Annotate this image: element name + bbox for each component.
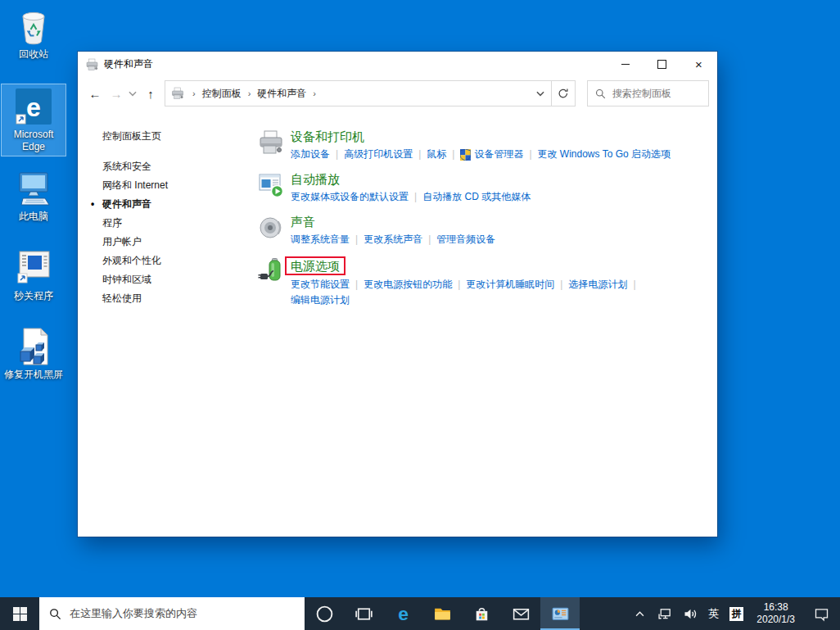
clock-time: 16:38 — [764, 601, 788, 613]
task-link[interactable]: 鼠标 — [427, 147, 446, 162]
desktop-icon-label: 此电脑 — [19, 211, 48, 223]
breadcrumb-chevron[interactable]: › — [308, 88, 321, 98]
task-link[interactable]: 更改电源按钮的功能 — [364, 277, 452, 292]
category-section: 自动播放 | 更改媒体或设备的默认设置 — [258, 171, 717, 205]
category-section: 设备和打印机 | 添加设备 — [258, 129, 717, 162]
taskbar-app-button[interactable] — [540, 597, 580, 630]
search-icon — [595, 88, 606, 99]
system-tray: 英 拼 16:38 2020/1/3 — [627, 597, 840, 630]
link-separator: | — [355, 232, 358, 247]
search-placeholder: 搜索控制面板 — [612, 87, 671, 101]
link-separator: | — [355, 277, 358, 292]
task-link[interactable]: 选择电源计划 — [568, 277, 627, 292]
taskbar-search-input[interactable]: 在这里输入你要搜索的内容 — [39, 597, 305, 630]
breadcrumb-item[interactable]: 控制面板 — [201, 87, 243, 101]
desktop-icon[interactable]: 此电脑 — [2, 166, 65, 225]
action-center-button[interactable] — [802, 605, 840, 623]
category-title[interactable]: 电源选项 — [285, 256, 345, 275]
task-link[interactable]: 设备管理器 — [460, 147, 523, 162]
back-button[interactable]: ← — [84, 87, 106, 101]
category-section: 声音 | 调整系统音量 — [258, 214, 717, 247]
category-title[interactable]: 声音 — [291, 214, 315, 229]
sidebar-item[interactable]: 网络和 Internet — [102, 176, 258, 195]
sidebar-item-home[interactable]: 控制面板主页 — [102, 129, 258, 143]
edge-e-icon — [393, 604, 413, 624]
recent-pages-chevron-icon[interactable] — [127, 88, 138, 99]
sidebar-item[interactable]: 系统和安全 — [102, 157, 258, 176]
desktop-icon[interactable]: 秒关程序 — [2, 246, 65, 305]
window-titlebar: 硬件和声音 × — [78, 52, 717, 77]
forward-button[interactable]: → — [106, 87, 127, 101]
start-button[interactable] — [0, 597, 39, 630]
task-link[interactable]: 高级打印机设置 — [344, 147, 413, 162]
task-link[interactable]: 添加设备 — [291, 147, 330, 162]
network-button[interactable] — [653, 597, 678, 630]
sidebar-item[interactable]: 用户帐户 — [102, 233, 258, 252]
volume-button[interactable] — [678, 597, 703, 630]
sidebar-item[interactable]: 轻松使用 — [102, 289, 258, 308]
task-link[interactable]: 更改节能设置 — [291, 277, 350, 292]
sidebar-item[interactable]: 时钟和区域 — [102, 270, 258, 289]
minimize-button[interactable] — [607, 52, 644, 77]
maximize-button[interactable] — [644, 52, 680, 77]
desktop-icon[interactable]: 修复开机黑屏 — [2, 324, 65, 383]
taskbar-app-button[interactable] — [462, 597, 501, 630]
ime-mode-indicator[interactable]: 拼 — [729, 607, 743, 621]
breadcrumb-chevron[interactable]: › — [243, 88, 256, 98]
task-links: | 添加设备 | — [291, 147, 710, 162]
up-button[interactable]: ↑ — [140, 87, 161, 101]
app-shortcut-icon — [14, 248, 53, 288]
sidebar-item[interactable]: 程序 — [102, 214, 258, 233]
category-title[interactable]: 自动播放 — [291, 171, 340, 187]
window-body: 控制面板主页 系统和安全 网络和 Internet 硬件和声音 程序 用户帐户 … — [78, 110, 717, 537]
desktop-icon[interactable]: 回收站 — [2, 4, 65, 63]
edge-tile-icon — [14, 87, 53, 126]
task-link[interactable]: 更改 Windows To Go 启动选项 — [538, 147, 671, 162]
address-dropdown-button[interactable] — [530, 81, 551, 106]
task-links: | 更改节能设置 | — [291, 277, 710, 308]
task-link[interactable]: 自动播放 CD 或其他媒体 — [422, 189, 531, 205]
task-link[interactable]: 管理音频设备 — [436, 232, 495, 247]
taskbar-apps — [305, 597, 580, 630]
task-link[interactable]: 更改系统声音 — [364, 232, 422, 247]
task-link[interactable]: 编辑电源计划 — [291, 292, 350, 308]
task-view-icon — [354, 604, 374, 624]
sidebar-item[interactable]: 硬件和声音 — [102, 195, 258, 214]
breadcrumb-item[interactable]: 硬件和声音 — [255, 87, 308, 101]
task-link[interactable]: 更改计算机睡眠时间 — [466, 277, 554, 292]
search-input[interactable]: 搜索控制面板 — [587, 80, 709, 107]
clock[interactable]: 16:38 2020/1/3 — [749, 601, 802, 626]
address-bar[interactable]: › 控制面板 › 硬件和声音 › — [165, 80, 576, 107]
taskbar-app-button[interactable] — [344, 597, 383, 630]
taskbar-app-button[interactable] — [422, 597, 462, 630]
language-indicator[interactable]: 英 — [703, 606, 724, 621]
taskbar-app-button[interactable] — [305, 597, 344, 630]
task-link[interactable]: 更改媒体或设备的默认设置 — [291, 189, 409, 205]
taskbar-app-button[interactable] — [501, 597, 540, 630]
speaker-icon — [258, 215, 284, 241]
category-title[interactable]: 设备和打印机 — [291, 129, 364, 144]
hardware-sound-icon — [170, 87, 185, 100]
sidebar-item[interactable]: 外观和个性化 — [102, 252, 258, 270]
task-link[interactable]: 调整系统音量 — [291, 232, 350, 247]
desktop-icon-label: Microsoft Edge — [2, 129, 65, 153]
desktop-icon-label: 秒关程序 — [14, 290, 53, 302]
desktop-icon-label: 修复开机黑屏 — [4, 369, 63, 381]
store-icon — [472, 604, 492, 624]
taskbar-app-button[interactable] — [383, 597, 422, 630]
breadcrumb-chevron: › — [187, 88, 201, 98]
breadcrumb: 控制面板 › 硬件和声音 › — [201, 87, 530, 101]
desktop-icon[interactable]: Microsoft Edge — [2, 84, 65, 156]
show-hidden-icons-button[interactable] — [627, 597, 653, 630]
link-separator: | — [418, 147, 421, 162]
taskbar-search-placeholder: 在这里输入你要搜索的内容 — [70, 606, 197, 621]
taskbar: 在这里输入你要搜索的内容 — [0, 597, 840, 630]
task-links: | 调整系统音量 | — [291, 232, 710, 247]
link-separator: | — [336, 147, 338, 162]
refresh-button[interactable] — [551, 81, 575, 106]
desktop-icon-label: 回收站 — [19, 48, 48, 61]
hardware-sound-icon — [85, 58, 99, 71]
control-panel-icon — [550, 604, 571, 624]
autoplay-icon — [258, 172, 284, 198]
close-button[interactable]: × — [680, 52, 717, 77]
